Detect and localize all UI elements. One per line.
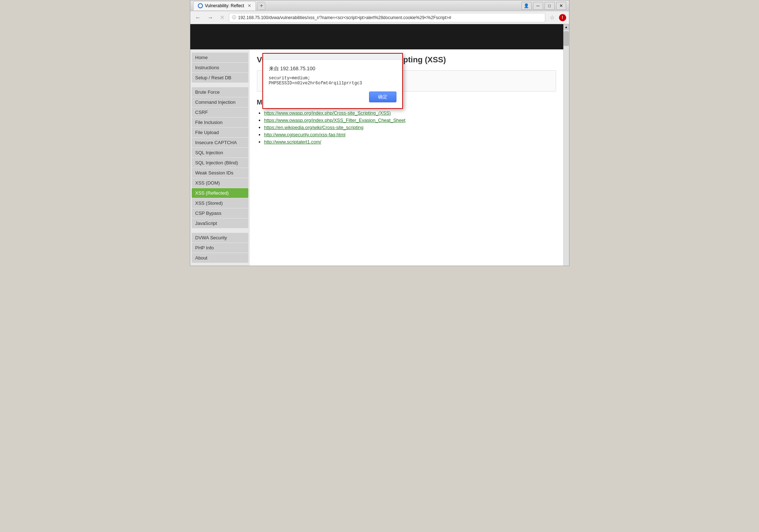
list-item: https://en.wikipedia.org/wiki/Cross-site…	[264, 124, 556, 130]
sidebar-top-section: Home Instructions Setup / Reset DB	[190, 53, 250, 83]
address-bar[interactable]: ⓘ 192.168.75.100/dvwa/vulnerabilities/xs…	[229, 13, 545, 22]
sidebar: Home Instructions Setup / Reset DB Brute…	[190, 49, 250, 266]
alert-title-bar	[263, 54, 402, 60]
scroll-up-button[interactable]: ▲	[563, 24, 569, 30]
sidebar-item-javascript[interactable]: JavaScript	[192, 218, 248, 228]
alert-body: 来自 192.168.75.100 security=medium; PHPSE…	[263, 60, 402, 108]
link-wikipedia[interactable]: https://en.wikipedia.org/wiki/Cross-site…	[264, 125, 364, 130]
sidebar-item-about[interactable]: About	[192, 253, 248, 263]
sidebar-item-home[interactable]: Home	[192, 53, 248, 62]
sidebar-item-sql-injection[interactable]: SQL Injection	[192, 148, 248, 158]
tab-area: Vulnerability: Reflect ✕ +	[193, 1, 521, 10]
link-cgi[interactable]: http://www.cgisecurity.com/xss-faq.html	[264, 132, 346, 137]
sidebar-divider-1	[190, 84, 250, 87]
title-bar: Vulnerability: Reflect ✕ + 👤 ─ □ ✕	[190, 0, 569, 11]
refresh-button[interactable]: ✕	[218, 13, 227, 22]
window-controls: 👤 ─ □ ✕	[521, 2, 566, 10]
security-icon: ⓘ	[232, 15, 236, 20]
sidebar-item-file-inclusion[interactable]: File Inclusion	[192, 118, 248, 127]
bookmark-star[interactable]: ☆	[547, 13, 557, 22]
sidebar-item-php-info[interactable]: PHP Info	[192, 243, 248, 253]
back-button[interactable]: ←	[193, 14, 203, 22]
alert-icon[interactable]	[559, 14, 566, 21]
sidebar-item-brute-force[interactable]: Brute Force	[192, 87, 248, 97]
sidebar-divider-2	[190, 230, 250, 232]
alert-overlay: 来自 192.168.75.100 security=medium; PHPSE…	[262, 53, 403, 109]
scrollbar: ▲	[563, 24, 569, 266]
tab-title: Vulnerability: Reflect	[205, 3, 244, 8]
link-owasp-xss[interactable]: https://www.owasp.org/index.php/Cross-si…	[264, 110, 391, 116]
link-list: https://www.owasp.org/index.php/Cross-si…	[257, 110, 556, 145]
sidebar-item-csrf[interactable]: CSRF	[192, 107, 248, 117]
list-item: https://www.owasp.org/index.php/XSS_Filt…	[264, 117, 556, 123]
sidebar-item-file-upload[interactable]: File Upload	[192, 128, 248, 137]
alert-dialog: 来自 192.168.75.100 security=medium; PHPSE…	[262, 53, 403, 109]
sidebar-item-command-injection[interactable]: Command Injection	[192, 97, 248, 107]
alert-message: security=medium; PHPSESSID=n0lve2hr6ofmt…	[269, 76, 396, 86]
nav-bar: ← → ✕ ⓘ 192.168.75.100/dvwa/vulnerabilit…	[190, 11, 569, 24]
tab-favicon	[198, 3, 203, 8]
list-item: https://www.owasp.org/index.php/Cross-si…	[264, 110, 556, 116]
sidebar-item-xss-reflected[interactable]: XSS (Reflected)	[192, 188, 248, 198]
alert-from: 来自 192.168.75.100	[269, 66, 396, 72]
minimize-button[interactable]: ─	[533, 2, 543, 10]
sidebar-item-dvwa-security[interactable]: DVWA Security	[192, 233, 248, 243]
site-header	[190, 24, 563, 49]
close-button[interactable]: ✕	[556, 2, 566, 10]
user-icon[interactable]: 👤	[521, 2, 532, 10]
active-tab[interactable]: Vulnerability: Reflect ✕	[193, 1, 256, 10]
sidebar-item-instructions[interactable]: Instructions	[192, 63, 248, 72]
sidebar-item-weak-session-ids[interactable]: Weak Session IDs	[192, 168, 248, 178]
sidebar-item-setup[interactable]: Setup / Reset DB	[192, 73, 248, 83]
sidebar-item-sql-injection-blind[interactable]: SQL Injection (Blind)	[192, 158, 248, 168]
tab-close-btn[interactable]: ✕	[248, 3, 251, 8]
page-content: 来自 192.168.75.100 security=medium; PHPSE…	[190, 24, 569, 266]
sidebar-item-xss-stored[interactable]: XSS (Stored)	[192, 198, 248, 208]
sidebar-vuln-section: Brute Force Command Injection CSRF File …	[190, 87, 250, 228]
list-item: http://www.scriptalert1.com/	[264, 139, 556, 145]
link-scriptalert[interactable]: http://www.scriptalert1.com/	[264, 139, 321, 145]
new-tab-button[interactable]: +	[257, 2, 265, 10]
url-text: 192.168.75.100/dvwa/vulnerabilities/xss_…	[238, 15, 542, 20]
sidebar-item-insecure-captcha[interactable]: Insecure CAPTCHA	[192, 138, 248, 147]
link-owasp-filter[interactable]: https://www.owasp.org/index.php/XSS_Filt…	[264, 118, 405, 123]
alert-button-row: 确定	[269, 92, 396, 102]
sidebar-item-csp-bypass[interactable]: CSP Bypass	[192, 208, 248, 218]
sidebar-bottom-section: DVWA Security PHP Info About	[190, 233, 250, 263]
forward-button[interactable]: →	[205, 14, 216, 22]
maximize-button[interactable]: □	[545, 2, 555, 10]
list-item: http://www.cgisecurity.com/xss-faq.html	[264, 132, 556, 137]
alert-ok-button[interactable]: 确定	[369, 92, 396, 102]
sidebar-item-xss-dom[interactable]: XSS (DOM)	[192, 178, 248, 188]
browser-window: Vulnerability: Reflect ✕ + 👤 ─ □ ✕ ← → ✕…	[190, 0, 569, 266]
scroll-thumb[interactable]	[564, 31, 569, 46]
